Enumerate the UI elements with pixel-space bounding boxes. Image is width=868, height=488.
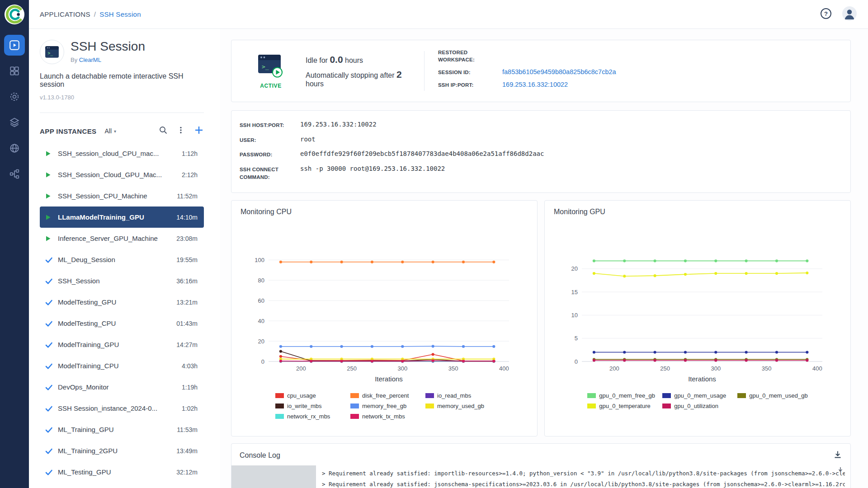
legend-label: gpu_0_mem_usage — [674, 392, 726, 399]
add-instance-button[interactable] — [194, 125, 204, 137]
legend-label: gpu_0_temperature — [599, 403, 650, 409]
app-byline: By ClearML — [71, 56, 145, 63]
instance-row[interactable]: SSH_Session_CPU_Machine11:52m — [40, 185, 204, 206]
chart-title: Monitoring GPU — [554, 208, 841, 216]
legend-label: memory_used_gb — [437, 403, 484, 409]
legend-swatch — [275, 393, 284, 398]
kebab-menu-icon[interactable] — [177, 126, 185, 136]
legend-swatch — [587, 393, 596, 398]
legend-swatch — [737, 393, 746, 398]
instance-row[interactable]: SSH Session_instance_2024-0...1:02h — [40, 398, 204, 419]
legend-item[interactable]: network_rx_mbs — [275, 413, 343, 420]
log-line: > Requirement already satisfied: importl… — [322, 468, 845, 479]
instance-row[interactable]: ModelTraining_GPU14:27m — [40, 334, 204, 355]
legend-swatch — [425, 404, 434, 408]
legend-item[interactable]: disk_free_percent — [350, 392, 418, 399]
instance-row[interactable]: SSH_Session36:16m — [40, 270, 204, 291]
instance-row[interactable]: ML_Training_GPU11:53m — [40, 419, 204, 440]
log-lines: > Requirement already satisfied: importl… — [231, 465, 850, 488]
instances-filter-dropdown[interactable]: All ▾ — [105, 127, 117, 135]
session-status-card: >_ ACTIVE Idle for 0.0 hours Automatical… — [231, 40, 851, 102]
instance-name: ML_Training_GPU — [58, 426, 171, 433]
clearml-vendor-link[interactable]: ClearML — [79, 56, 101, 63]
svg-text:350: 350 — [448, 365, 458, 372]
legend-item[interactable]: gpu_0_mem_used_gb — [737, 392, 807, 399]
breadcrumb-current-page[interactable]: SSH Session — [99, 10, 141, 18]
legend-item[interactable]: io_write_mbs — [275, 403, 343, 409]
completed-status-icon — [44, 404, 58, 413]
legend-swatch — [350, 404, 359, 408]
instance-row[interactable]: ModelTesting_GPU13:21m — [40, 291, 204, 313]
legend-label: network_rx_mbs — [287, 413, 330, 420]
legend-item[interactable]: gpu_0_mem_usage — [662, 392, 730, 399]
running-status-icon — [44, 235, 58, 242]
legend-label: cpu_usage — [287, 392, 316, 399]
legend-item[interactable]: memory_used_gb — [425, 403, 493, 409]
legend-label: io_write_mbs — [287, 403, 322, 409]
instance-row[interactable]: ML_Deug_Session19:55m — [40, 249, 204, 270]
console-log-viewport[interactable]: > Requirement already satisfied: importl… — [231, 465, 850, 488]
chart-title: Monitoring CPU — [241, 208, 528, 216]
instance-name: ML_Training_2GPU — [58, 447, 171, 455]
nav-reports-icon[interactable] — [4, 138, 25, 159]
svg-text:20: 20 — [571, 266, 578, 272]
instance-row[interactable]: SSH_session_cloud_CPU_mac...1:12h — [40, 143, 204, 164]
legend-swatch — [350, 393, 359, 398]
user-avatar[interactable] — [842, 6, 857, 23]
scroll-to-end-icon[interactable] — [837, 466, 844, 475]
info-value: e0f0effdfe929f60f209ebcb5f1878407783dae4… — [300, 150, 544, 157]
clearml-logo-icon[interactable] — [4, 4, 25, 25]
instance-row[interactable]: LLamaModelTraining_GPU14:10m — [40, 206, 204, 228]
running-status-icon — [44, 150, 58, 157]
session-id-label: SESSION ID: — [438, 69, 502, 76]
legend-item[interactable]: gpu_0_utilization — [662, 403, 730, 409]
breadcrumb-applications[interactable]: APPLICATIONS — [40, 10, 90, 18]
legend-item[interactable]: network_tx_mbs — [350, 413, 418, 420]
svg-text:5: 5 — [575, 335, 578, 342]
svg-text:250: 250 — [347, 365, 357, 372]
nav-projects-icon[interactable] — [4, 61, 25, 81]
gpu-chart-legend: gpu_0_mem_free_gbgpu_0_mem_usagegpu_0_me… — [554, 392, 841, 409]
svg-text:Iterations: Iterations — [688, 375, 716, 383]
completed-status-icon — [44, 425, 58, 434]
monitoring-charts-row: Monitoring CPU 0204060801002002503003504… — [231, 200, 851, 436]
session-id-link[interactable]: fa853b6105e9459b80a825b6c8c7cb2a — [502, 68, 616, 75]
info-label: SSH HOST:PORT: — [240, 121, 300, 129]
app-instances-header: APP INSTANCES All ▾ — [40, 121, 204, 141]
help-icon[interactable]: ? — [820, 8, 832, 21]
instance-row[interactable]: ModelTesting_CPU01:43m — [40, 313, 204, 334]
instance-row[interactable]: ML_Testing_GPU32:12m — [40, 461, 204, 483]
terminal-session-icon: >_ — [257, 72, 285, 80]
svg-text:200: 200 — [296, 365, 306, 372]
search-icon[interactable] — [159, 126, 168, 136]
instance-duration: 11:52m — [177, 192, 198, 200]
instance-row[interactable]: ML_Training_2GPU13:49m — [40, 440, 204, 461]
instance-name: SSH Session_instance_2024-0... — [58, 404, 176, 412]
sidebar-divider — [40, 113, 204, 113]
nav-pipelines-icon[interactable] — [4, 164, 25, 184]
instance-name: Inference_Server_GPU_Machine — [58, 235, 171, 242]
restored-workspace-label: RESTORED WORKSPACE: — [438, 49, 502, 64]
nav-applications-icon[interactable] — [4, 35, 25, 56]
instance-name: ModelTesting_GPU — [58, 298, 171, 306]
instance-duration: 01:43m — [176, 320, 198, 327]
instance-row[interactable]: DevOps_Monitor1:19h — [40, 376, 204, 398]
status-text: Idle for 0.0 hours Automatically stoppin… — [306, 50, 410, 92]
svg-text:0: 0 — [575, 358, 578, 365]
legend-item[interactable]: io_read_mbs — [425, 392, 493, 399]
legend-item[interactable]: memory_free_gb — [350, 403, 418, 409]
legend-swatch — [350, 414, 359, 419]
svg-text:>_: >_ — [47, 51, 53, 56]
info-label: USER: — [240, 136, 300, 144]
legend-item[interactable]: gpu_0_mem_free_gb — [587, 392, 655, 399]
cpu-chart-legend: cpu_usagedisk_free_percentio_read_mbsio_… — [241, 392, 528, 420]
nav-workers-icon[interactable] — [4, 86, 25, 107]
legend-item[interactable]: cpu_usage — [275, 392, 343, 399]
download-log-icon[interactable] — [833, 450, 842, 461]
legend-item[interactable]: gpu_0_temperature — [587, 403, 655, 409]
ssh-ip-port-link[interactable]: 169.253.16.332:10022 — [502, 81, 568, 88]
instance-row[interactable]: Inference_Server_GPU_Machine23:08m — [40, 228, 204, 249]
instance-row[interactable]: SSH_Session_Cloud_GPU_Mac...2:12h — [40, 164, 204, 185]
instance-row[interactable]: ModelTraining_CPU4:03h — [40, 355, 204, 376]
nav-datasets-icon[interactable] — [4, 112, 25, 133]
